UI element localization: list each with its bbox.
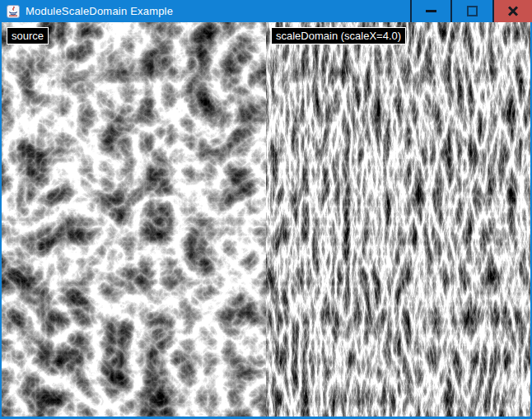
maximize-icon	[467, 6, 478, 16]
source-noise-image	[2, 22, 266, 417]
scaledomain-panel: scaleDomain (scaleX=4.0)	[266, 22, 530, 417]
scaledomain-label: scaleDomain (scaleX=4.0)	[271, 27, 406, 44]
source-label: source	[7, 27, 49, 44]
close-icon	[507, 6, 519, 17]
minimize-button[interactable]	[412, 0, 450, 22]
minimize-icon	[426, 10, 436, 12]
java-app-icon	[7, 5, 20, 18]
window-title: ModuleScaleDomain Example	[26, 5, 173, 17]
scaledomain-noise-image	[266, 22, 530, 417]
window-controls	[410, 0, 532, 22]
maximize-button[interactable]	[452, 0, 492, 22]
source-panel: source	[2, 22, 266, 417]
content-area: source scaleDomain (scaleX=4.0)	[2, 22, 530, 417]
close-button[interactable]	[494, 0, 532, 22]
app-window: ModuleScaleDomain Example source scaleDo…	[0, 0, 532, 419]
titlebar[interactable]: ModuleScaleDomain Example	[0, 0, 532, 22]
